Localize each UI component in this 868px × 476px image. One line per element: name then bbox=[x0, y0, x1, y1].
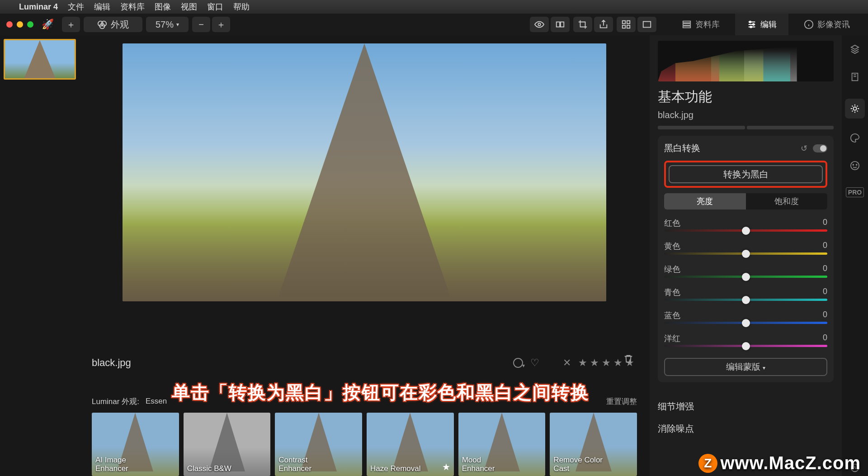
looks-brand-label: Luminar 外观: bbox=[92, 396, 139, 407]
rail-creative[interactable] bbox=[850, 132, 860, 146]
grid-icon bbox=[621, 19, 631, 29]
slider-name: 黄色 bbox=[664, 241, 680, 252]
tab-edit[interactable]: 编辑 bbox=[735, 14, 788, 35]
convert-bw-button[interactable]: 转换为黑白 bbox=[669, 165, 823, 183]
menu-view[interactable]: 视图 bbox=[181, 1, 197, 12]
main-image[interactable] bbox=[123, 43, 606, 301]
rail-pro[interactable]: PRO bbox=[846, 187, 864, 197]
svg-point-21 bbox=[853, 164, 854, 165]
slider-4[interactable]: 蓝色0 bbox=[664, 310, 827, 324]
face-icon bbox=[850, 161, 860, 171]
preset-label: Contrast Enhancer bbox=[278, 456, 311, 473]
svg-rect-8 bbox=[623, 25, 625, 28]
panel-item-denoise[interactable]: 消除噪点 bbox=[658, 423, 834, 435]
menu-image[interactable]: 图像 bbox=[155, 1, 171, 12]
slider-2[interactable]: 绿色0 bbox=[664, 264, 827, 278]
tab-library[interactable]: 资料库 bbox=[670, 14, 731, 35]
preset-label: Haze Removal bbox=[370, 464, 421, 473]
preset-label: Classic B&W bbox=[187, 464, 231, 473]
looks-icon bbox=[97, 19, 107, 29]
slider-value: 0 bbox=[823, 218, 827, 228]
library-icon bbox=[682, 19, 692, 29]
crop-button[interactable] bbox=[573, 17, 592, 32]
slider-3[interactable]: 青色0 bbox=[664, 287, 827, 301]
thumbnail[interactable] bbox=[4, 39, 76, 80]
slider-5[interactable]: 洋红0 bbox=[664, 333, 827, 347]
panel-title: 基本功能 bbox=[658, 88, 834, 106]
annotation-highlight: 转换为黑白 bbox=[664, 161, 827, 188]
menu-library[interactable]: 资料库 bbox=[120, 1, 145, 12]
svg-point-22 bbox=[856, 164, 857, 165]
slider-1[interactable]: 黄色0 bbox=[664, 241, 827, 255]
zoom-value: 57% bbox=[156, 19, 174, 30]
zoom-in-button[interactable]: ＋ bbox=[212, 17, 230, 32]
slider-name: 蓝色 bbox=[664, 310, 680, 321]
seg-saturation[interactable]: 饱和度 bbox=[746, 193, 828, 209]
svg-rect-7 bbox=[627, 21, 630, 24]
preset-0[interactable]: AI Image Enhancer bbox=[92, 413, 179, 476]
reset-adjustments[interactable]: 重置调整 bbox=[606, 396, 637, 407]
close-icon[interactable] bbox=[6, 21, 13, 28]
zoom-dropdown[interactable]: 57% ▾ bbox=[146, 17, 189, 32]
menu-file[interactable]: 文件 bbox=[68, 1, 84, 12]
compare-icon bbox=[555, 19, 565, 29]
favorite-button[interactable]: ♡ bbox=[530, 357, 539, 369]
seg-brightness[interactable]: 亮度 bbox=[664, 193, 746, 209]
rocket-icon[interactable]: 🚀 bbox=[42, 19, 54, 30]
preset-1[interactable]: Classic B&W bbox=[184, 413, 271, 476]
layers-icon bbox=[850, 44, 860, 54]
menu-edit[interactable]: 编辑 bbox=[94, 1, 110, 12]
preset-3[interactable]: Haze Removal★ bbox=[367, 413, 454, 476]
svg-rect-10 bbox=[643, 22, 651, 28]
add-button[interactable]: ＋ bbox=[62, 17, 80, 32]
slider-value: 0 bbox=[823, 310, 827, 321]
preset-2[interactable]: Contrast Enhancer bbox=[275, 413, 362, 476]
svg-rect-6 bbox=[623, 21, 625, 24]
rail-essentials[interactable] bbox=[845, 99, 865, 119]
color-tag-button[interactable]: ▾ bbox=[513, 358, 523, 368]
slider-name: 青色 bbox=[664, 287, 680, 298]
maximize-icon[interactable] bbox=[27, 21, 33, 28]
svg-rect-11 bbox=[683, 21, 691, 23]
reject-button[interactable]: ✕ bbox=[563, 357, 571, 369]
edit-mask-button[interactable]: 编辑蒙版 ▾ bbox=[664, 358, 827, 376]
slider-value: 0 bbox=[823, 241, 827, 252]
section-toggle[interactable] bbox=[813, 144, 827, 152]
appearance-dropdown[interactable]: 外观 bbox=[84, 17, 142, 32]
svg-rect-13 bbox=[683, 26, 691, 28]
looks-pack-dropdown[interactable]: Essen bbox=[146, 397, 167, 406]
trash-button[interactable] bbox=[623, 354, 633, 367]
histogram[interactable] bbox=[658, 41, 834, 81]
menu-help[interactable]: 帮助 bbox=[233, 1, 250, 12]
bw-section-title[interactable]: 黑白转换 bbox=[664, 142, 700, 154]
menu-window[interactable]: 窗口 bbox=[207, 1, 223, 12]
minimize-icon[interactable] bbox=[17, 21, 23, 28]
watermark: Z www.MacZ.com bbox=[698, 453, 861, 473]
compare-button[interactable] bbox=[551, 17, 570, 32]
panel-item-detail[interactable]: 细节增强 bbox=[658, 400, 834, 413]
slider-0[interactable]: 红色0 bbox=[664, 218, 827, 232]
info-icon bbox=[804, 19, 814, 29]
svg-point-20 bbox=[851, 162, 859, 170]
rail-canvas[interactable] bbox=[850, 71, 860, 85]
menubar-app-name[interactable]: Luminar 4 bbox=[19, 2, 58, 12]
preview-toggle-button[interactable] bbox=[530, 17, 549, 32]
export-button[interactable] bbox=[594, 17, 613, 32]
zoom-out-button[interactable]: − bbox=[192, 17, 210, 32]
svg-point-3 bbox=[538, 23, 541, 26]
tab-info[interactable]: 影像资讯 bbox=[792, 14, 862, 35]
reset-section-button[interactable]: ↺ bbox=[801, 143, 807, 153]
preset-4[interactable]: Mood Enhancer bbox=[458, 413, 546, 476]
grid-view-button[interactable] bbox=[617, 17, 636, 32]
appearance-label: 外观 bbox=[111, 19, 129, 31]
file-name: black.jpg bbox=[92, 357, 131, 369]
rail-portrait[interactable] bbox=[850, 160, 860, 174]
single-view-button[interactable] bbox=[637, 17, 656, 32]
eye-icon bbox=[534, 19, 544, 29]
slider-value: 0 bbox=[823, 287, 827, 298]
rail-layers[interactable] bbox=[850, 43, 860, 57]
preset-5[interactable]: Remove Color Cast bbox=[550, 413, 637, 476]
canvas-icon bbox=[850, 72, 860, 82]
window-controls[interactable] bbox=[6, 21, 33, 28]
slider-value: 0 bbox=[823, 264, 827, 275]
